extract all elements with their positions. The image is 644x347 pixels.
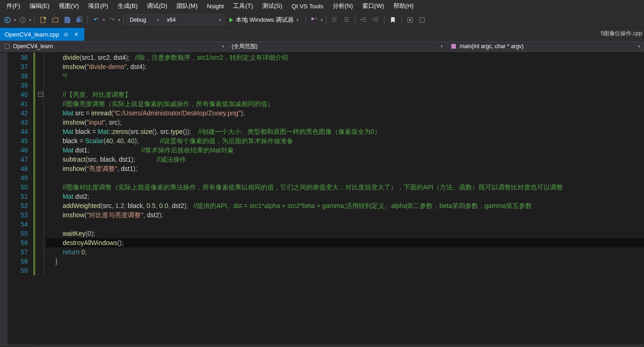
menu-item[interactable]: 测试(S) (258, 1, 287, 11)
menu-item[interactable]: 视图(V) (54, 1, 83, 11)
code-content: imshow("input", src); (46, 118, 644, 127)
new-file-button[interactable] (38, 14, 49, 25)
code-line[interactable]: 54 (7, 220, 644, 229)
code-content: Mat src = imread("C:/Users/Administrator… (46, 108, 644, 118)
line-number: 45 (7, 136, 33, 145)
menu-item[interactable]: 编辑(E) (25, 1, 54, 11)
pin-icon[interactable]: ⊙ (63, 31, 69, 38)
platform-combo[interactable]: x64▾ (164, 14, 225, 25)
marker-column (33, 99, 46, 108)
code-line[interactable]: 53 imshow("对比度与亮度调整", dst2); (7, 210, 644, 220)
code-line[interactable]: 38 */ (7, 71, 644, 81)
code-content (46, 173, 644, 183)
code-line[interactable]: 39 (7, 81, 644, 90)
forward-button[interactable] (17, 14, 28, 25)
menu-item[interactable]: 分析(N) (328, 1, 358, 11)
code-editor[interactable]: 36 divide(src1, src2, dst4); //除，注意参数顺序，… (0, 53, 644, 345)
code-line[interactable]: 49 (7, 173, 644, 183)
tab-active[interactable]: OpenCV4_learn.cpp ⊙ ✕ (0, 28, 84, 41)
save-button[interactable] (62, 14, 73, 25)
marker-column (33, 247, 46, 257)
scope-function[interactable]: main(int argc, char * argv)▾ (447, 41, 644, 51)
code-content: imshow("divide-demo", dst4); (46, 62, 644, 71)
step-button[interactable] (309, 14, 320, 25)
menu-item[interactable]: 帮助(H) (389, 1, 418, 11)
indent-button[interactable] (370, 14, 381, 25)
undo-button[interactable] (91, 14, 102, 25)
menu-item[interactable]: 团队(M) (172, 1, 202, 11)
menu-item[interactable]: 生成(B) (113, 1, 142, 11)
extension2-button[interactable] (417, 14, 428, 25)
bookmark-button[interactable] (387, 14, 398, 25)
line-number: 44 (7, 127, 33, 136)
line-number: 48 (7, 164, 33, 173)
code-line[interactable]: 45 black = Scalar(40, 40, 40); //设置每个像素的… (7, 136, 644, 145)
back-button[interactable] (2, 14, 13, 25)
code-content: //图像亮度调整（实际上就是像素的加减操作，所有像素值加减相同的值） (46, 99, 644, 108)
code-line[interactable]: 56 destroyAllWindows(); (7, 238, 644, 247)
code-line[interactable]: 43 imshow("input", src); (7, 118, 644, 127)
uncomment-button[interactable] (341, 14, 352, 25)
chevron-down-icon[interactable]: ▾ (14, 18, 16, 22)
menu-item[interactable]: 工具(T) (228, 1, 258, 11)
chevron-down-icon[interactable]: ▾ (29, 18, 32, 22)
menu-item[interactable]: 项目(P) (83, 1, 113, 11)
redo-button[interactable] (106, 14, 117, 25)
marker-column (33, 62, 46, 71)
menu-item[interactable]: 件(F) (2, 1, 25, 11)
menu-item[interactable]: Qt VS Tools (287, 2, 328, 11)
code-line[interactable]: 50 //图像对比度调整（实际上就是像素的乘法操作，所有像素值乘以相同的值，它们… (7, 183, 644, 192)
code-line[interactable]: 47 subtract(src, black, dst1); //减法操作 (7, 155, 644, 164)
code-line[interactable]: 37 imshow("divide-demo", dst4); (7, 62, 644, 71)
code-line[interactable]: 41 //图像亮度调整（实际上就是像素的加减操作，所有像素值加减相同的值） (7, 99, 644, 108)
close-icon[interactable]: ✕ (73, 31, 80, 38)
code-content: //【亮度、对比度调整】 (46, 90, 644, 99)
code-line[interactable]: 55 waitKey(0); (7, 229, 644, 238)
code-line[interactable]: 40 //【亮度、对比度调整】 (7, 90, 644, 99)
code-content: subtract(src, black, dst1); //减法操作 (46, 155, 644, 164)
chevron-down-icon[interactable]: ▾ (321, 18, 323, 22)
extension-button[interactable] (404, 14, 416, 25)
menu-item[interactable]: 调试(D) (142, 1, 172, 11)
breakpoint-gutter[interactable] (0, 53, 7, 345)
code-content: return 0; (46, 247, 644, 257)
code-content (46, 266, 644, 275)
scroll-left-button[interactable]: ◂ (23, 345, 30, 347)
svg-rect-6 (409, 19, 411, 21)
tab-extra-label[interactable]: 5图像位操作.cpp (601, 30, 642, 38)
scope-project[interactable]: OpenCV4_learn▾ (0, 41, 227, 51)
code-line[interactable]: 48 imshow("亮度调整", dst1); (7, 164, 644, 173)
start-debug-button[interactable]: 本地 Windows 调试器▾ (226, 14, 303, 25)
line-number: 54 (7, 220, 33, 229)
svg-rect-8 (5, 44, 9, 49)
code-line[interactable]: 59 (7, 266, 644, 275)
svg-point-1 (20, 17, 25, 23)
code-line[interactable]: 52 addWeighted(src, 1.2, black, 0.5, 0.0… (7, 201, 644, 210)
code-line[interactable]: 51 Mat dst2; (7, 192, 644, 201)
code-line[interactable]: 44 Mat black = Mat::zeros(src.size(), sr… (7, 127, 644, 136)
scope-namespace[interactable]: (全局范围)▾ (228, 41, 446, 51)
code-content: imshow("对比度与亮度调整", dst2); (46, 210, 644, 220)
menu-item[interactable]: 窗口(W) (358, 1, 389, 11)
chevron-down-icon[interactable]: ▾ (103, 18, 105, 22)
function-icon (450, 43, 457, 50)
open-file-button[interactable] (50, 14, 61, 25)
menubar: 件(F)编辑(E)视图(V)项目(P)生成(B)调试(D)团队(M)Nsight… (0, 0, 644, 12)
config-combo[interactable]: Debug▾ (126, 14, 163, 25)
code-line[interactable]: 57 return 0; (7, 247, 644, 257)
code-line[interactable]: 46 Mat dst1; //算术操作后接收结果的Mat对象 (7, 145, 644, 155)
save-all-button[interactable] (74, 14, 85, 25)
line-number: 57 (7, 247, 33, 257)
code-line[interactable]: 58 } (7, 257, 644, 266)
comment-button[interactable] (329, 14, 340, 25)
menu-item[interactable]: Nsight (202, 2, 229, 11)
fold-icon[interactable] (38, 92, 43, 97)
line-number: 42 (7, 108, 33, 118)
code-content: waitKey(0); (46, 229, 644, 238)
outdent-button[interactable] (358, 14, 369, 25)
line-number: 52 (7, 201, 33, 210)
code-line[interactable]: 42 Mat src = imread("C:/Users/Administra… (7, 108, 644, 118)
tabbar: OpenCV4_learn.cpp ⊙ ✕ 5图像位操作.cpp (0, 28, 644, 41)
code-line[interactable]: 36 divide(src1, src2, dst4); //除，注意参数顺序，… (7, 53, 644, 62)
chevron-down-icon[interactable]: ▾ (118, 18, 120, 22)
